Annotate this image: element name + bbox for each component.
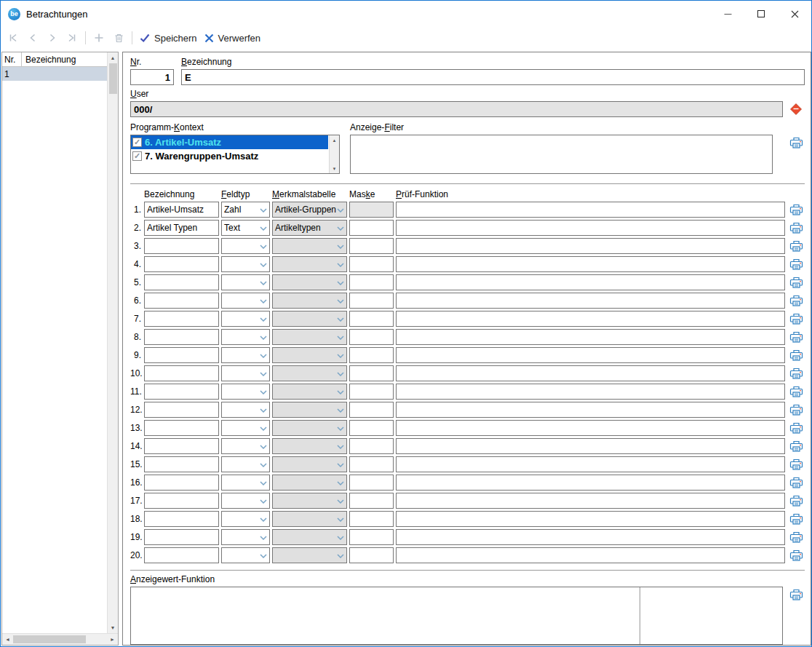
pruef-funktion-input[interactable] [396, 493, 785, 509]
minimize-button[interactable] [711, 1, 744, 27]
pruef-funktion-input[interactable] [396, 365, 785, 381]
row-editor-button[interactable] [787, 256, 805, 272]
merkmalstabelle-select[interactable] [272, 511, 347, 527]
bezeichnung-input[interactable] [181, 69, 805, 85]
pruef-funktion-input[interactable] [396, 402, 785, 418]
bezeichnung-cell-input[interactable] [144, 202, 219, 218]
maske-input[interactable] [349, 220, 394, 236]
scroll-thumb[interactable] [109, 63, 117, 94]
feldtyp-select[interactable] [221, 274, 270, 290]
pruef-funktion-input[interactable] [396, 347, 785, 363]
bezeichnung-cell-input[interactable] [144, 511, 219, 527]
bezeichnung-cell-input[interactable] [144, 475, 219, 491]
pruef-funktion-input[interactable] [396, 256, 785, 272]
maske-input[interactable] [349, 402, 394, 418]
maske-input[interactable] [349, 547, 394, 563]
row-editor-button[interactable] [787, 402, 805, 418]
maske-input[interactable] [349, 438, 394, 454]
scroll-right-icon[interactable]: ► [107, 634, 118, 645]
feldtyp-select[interactable] [221, 311, 270, 327]
feldtyp-select[interactable] [221, 256, 270, 272]
maske-input[interactable] [349, 329, 394, 345]
merkmalstabelle-select[interactable] [272, 456, 347, 472]
feldtyp-select[interactable] [221, 293, 270, 309]
bezeichnung-cell-input[interactable] [144, 220, 219, 236]
merkmalstabelle-select[interactable] [272, 293, 347, 309]
nr-input[interactable] [130, 69, 174, 85]
bezeichnung-cell-input[interactable] [144, 438, 219, 454]
maske-input[interactable] [349, 529, 394, 545]
bezeichnung-cell-input[interactable] [144, 547, 219, 563]
add-record-button[interactable] [92, 31, 106, 44]
bezeichnung-cell-input[interactable] [144, 365, 219, 381]
pruef-funktion-input[interactable] [396, 202, 785, 218]
pruef-funktion-input[interactable] [396, 311, 785, 327]
row-editor-button[interactable] [787, 493, 805, 509]
merkmalstabelle-select[interactable] [272, 475, 347, 491]
checkbox-icon[interactable] [132, 151, 142, 161]
scroll-down-icon[interactable]: ▼ [330, 164, 339, 173]
scroll-down-icon[interactable]: ▼ [108, 622, 118, 633]
row-editor-button[interactable] [787, 384, 805, 400]
merkmalstabelle-select[interactable]: Artikel-Gruppen [272, 202, 347, 218]
bezeichnung-cell-input[interactable] [144, 347, 219, 363]
maske-input[interactable] [349, 347, 394, 363]
bezeichnung-cell-input[interactable] [144, 456, 219, 472]
maske-input[interactable] [349, 511, 394, 527]
anzeige-filter-input[interactable] [350, 135, 773, 174]
maske-input[interactable] [349, 238, 394, 254]
feldtyp-select[interactable] [221, 384, 270, 400]
bezeichnung-cell-input[interactable] [144, 256, 219, 272]
first-record-button[interactable] [7, 31, 20, 44]
maske-input[interactable] [349, 493, 394, 509]
merkmalstabelle-select[interactable] [272, 493, 347, 509]
feldtyp-select[interactable] [221, 547, 270, 563]
row-editor-button[interactable] [787, 238, 805, 254]
feldtyp-select[interactable] [221, 438, 270, 454]
kontext-item[interactable]: 7. Warengruppen-Umsatz [131, 149, 328, 163]
record-list-vscrollbar[interactable]: ▲ ▼ [107, 52, 118, 633]
feldtyp-select[interactable] [221, 529, 270, 545]
bezeichnung-cell-input[interactable] [144, 529, 219, 545]
discard-button[interactable]: Verwerfen [204, 33, 261, 44]
feldtyp-select[interactable] [221, 365, 270, 381]
feldtyp-select[interactable] [221, 329, 270, 345]
row-editor-button[interactable] [787, 202, 805, 218]
merkmalstabelle-select[interactable]: Artikeltypen [272, 220, 347, 236]
next-record-button[interactable] [46, 31, 59, 44]
feldtyp-select[interactable]: Text [221, 220, 270, 236]
pruef-funktion-input[interactable] [396, 329, 785, 345]
kontext-item[interactable]: 6. Artikel-Umsatz [131, 135, 328, 149]
pruef-funktion-input[interactable] [396, 456, 785, 472]
kontext-vscrollbar[interactable]: ▲ ▼ [329, 135, 339, 173]
scroll-up-icon[interactable]: ▲ [108, 52, 118, 63]
bezeichnung-cell-input[interactable] [144, 329, 219, 345]
bezeichnung-cell-input[interactable] [144, 274, 219, 290]
row-editor-button[interactable] [787, 365, 805, 381]
maske-input[interactable] [349, 365, 394, 381]
row-editor-button[interactable] [787, 529, 805, 545]
maske-input[interactable] [349, 311, 394, 327]
save-button[interactable]: Speichern [139, 32, 197, 44]
row-editor-button[interactable] [787, 220, 805, 236]
pruef-funktion-input[interactable] [396, 529, 785, 545]
merkmalstabelle-select[interactable] [272, 238, 347, 254]
record-list-row[interactable]: 1 [2, 67, 107, 81]
merkmalstabelle-select[interactable] [272, 547, 347, 563]
last-record-button[interactable] [65, 31, 79, 44]
maske-input[interactable] [349, 274, 394, 290]
maximize-button[interactable] [744, 1, 778, 27]
pruef-funktion-input[interactable] [396, 547, 785, 563]
pruef-funktion-input[interactable] [396, 293, 785, 309]
scroll-left-icon[interactable]: ◄ [2, 634, 13, 645]
row-editor-button[interactable] [787, 547, 805, 563]
user-lookup-button[interactable] [787, 101, 805, 117]
row-editor-button[interactable] [787, 293, 805, 309]
pruef-funktion-input[interactable] [396, 420, 785, 436]
maske-input[interactable] [349, 420, 394, 436]
maske-input[interactable] [349, 293, 394, 309]
row-editor-button[interactable] [787, 511, 805, 527]
merkmalstabelle-select[interactable] [272, 347, 347, 363]
merkmalstabelle-select[interactable] [272, 529, 347, 545]
pruef-funktion-input[interactable] [396, 274, 785, 290]
